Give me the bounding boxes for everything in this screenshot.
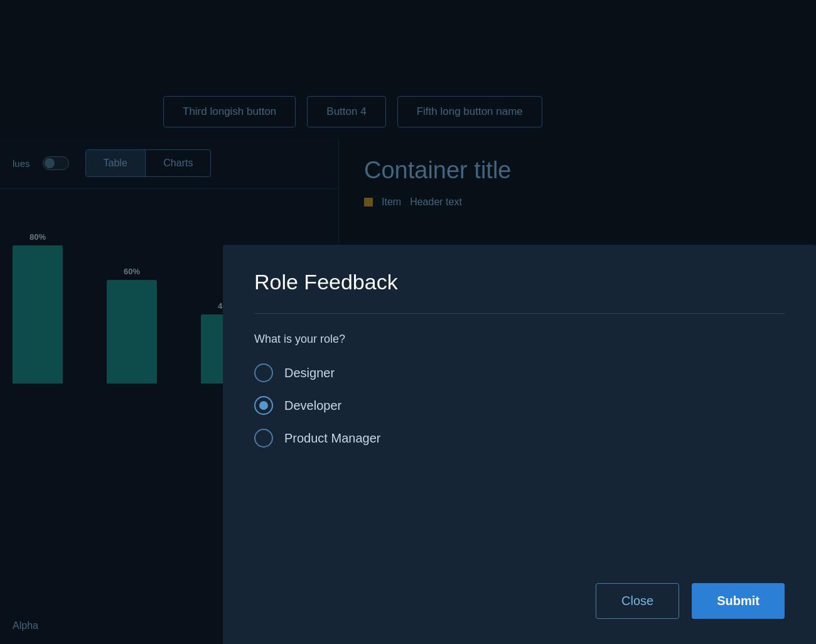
modal-footer: Close Submit <box>254 583 785 619</box>
radio-circle-designer <box>254 363 273 382</box>
radio-designer[interactable]: Designer <box>254 363 785 382</box>
radio-label-pm: Product Manager <box>284 431 380 446</box>
radio-label-developer: Developer <box>284 399 341 413</box>
modal-overlay: Role Feedback What is your role? Designe… <box>0 0 816 644</box>
modal-title: Role Feedback <box>254 270 785 294</box>
modal-dialog: Role Feedback What is your role? Designe… <box>223 245 816 644</box>
radio-product-manager[interactable]: Product Manager <box>254 429 785 448</box>
radio-circle-developer <box>254 396 273 415</box>
submit-button[interactable]: Submit <box>692 583 785 619</box>
radio-group: Designer Developer Product Manager <box>254 363 785 448</box>
close-button[interactable]: Close <box>596 583 679 619</box>
modal-divider <box>254 313 785 314</box>
radio-circle-pm <box>254 429 273 448</box>
modal-question: What is your role? <box>254 333 785 346</box>
radio-inner-developer <box>259 401 268 410</box>
radio-label-designer: Designer <box>284 366 335 380</box>
radio-developer[interactable]: Developer <box>254 396 785 415</box>
